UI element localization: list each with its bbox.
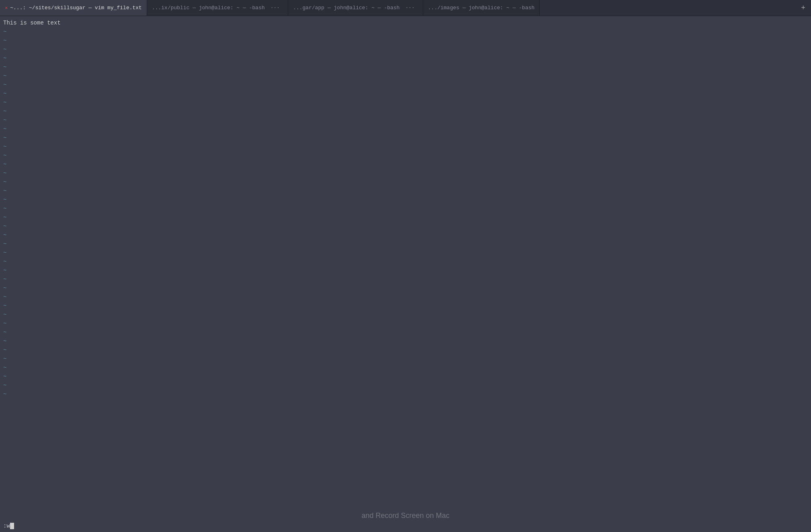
editor-area: This is some text ~ ~ ~ ~ ~ ~ ~ ~ ~ ~ ~ … [0, 16, 811, 532]
editor-line-text-1: This is some text [3, 18, 61, 27]
tab-4[interactable]: .../images — john@alice: ~ — -bash [423, 0, 540, 16]
tilde-line-27: ~ [0, 257, 811, 266]
tilde-line-34: ~ [0, 319, 811, 328]
tilde-line-21: ~ [0, 204, 811, 213]
tilde-line-3: ~ [0, 45, 811, 54]
tab-label-4: .../images — john@alice: ~ — -bash [428, 5, 535, 11]
tab-overflow-3[interactable]: ··· [402, 5, 418, 11]
tilde-line-12: ~ [0, 125, 811, 133]
tilde-line-30: ~ [0, 284, 811, 293]
tab-overflow-2[interactable]: ··· [267, 5, 283, 11]
tilde-line-37: ~ [0, 346, 811, 354]
tilde-line-18: ~ [0, 178, 811, 186]
tilde-line-36: ~ [0, 337, 811, 346]
tilde-line-22: ~ [0, 213, 811, 222]
tilde-line-42: ~ [0, 390, 811, 399]
tilde-line-8: ~ [0, 89, 811, 98]
tilde-line-5: ~ [0, 63, 811, 72]
editor-line-1: This is some text [0, 18, 811, 27]
tilde-line-23: ~ [0, 222, 811, 231]
tilde-line-33: ~ [0, 310, 811, 319]
tab-label-3: ...gar/app — john@alice: ~ — -bash [293, 5, 399, 11]
tab-2[interactable]: ...ix/public — john@alice: ~ — -bash ··· [147, 0, 288, 16]
tilde-line-13: ~ [0, 133, 811, 142]
tilde-line-38: ~ [0, 354, 811, 363]
tilde-line-19: ~ [0, 186, 811, 195]
tilde-line-17: ~ [0, 169, 811, 178]
tilde-line-20: ~ [0, 195, 811, 204]
tilde-line-15: ~ [0, 151, 811, 160]
new-tab-button[interactable]: + [795, 0, 811, 16]
tilde-line-25: ~ [0, 239, 811, 248]
tilde-line-7: ~ [0, 80, 811, 89]
tab-close-1[interactable]: ✕ [5, 5, 8, 11]
tab-1[interactable]: ✕ ~...: ~/sites/skillsugar — vim my_file… [0, 0, 147, 16]
tilde-line-29: ~ [0, 275, 811, 284]
tilde-line-1: ~ [0, 27, 811, 36]
command-bar: :w [0, 520, 811, 532]
tilde-line-40: ~ [0, 372, 811, 381]
tilde-line-4: ~ [0, 54, 811, 63]
tilde-line-2: ~ [0, 36, 811, 45]
tilde-line-26: ~ [0, 248, 811, 257]
tilde-line-35: ~ [0, 328, 811, 337]
tilde-line-11: ~ [0, 116, 811, 125]
tab-3[interactable]: ...gar/app — john@alice: ~ — -bash ··· [288, 0, 423, 16]
cursor [10, 523, 14, 529]
tilde-line-6: ~ [0, 72, 811, 80]
tab-label-1: ~...: ~/sites/skillsugar — vim my_file.t… [10, 5, 142, 11]
tilde-line-28: ~ [0, 266, 811, 275]
tilde-line-10: ~ [0, 107, 811, 116]
tilde-line-41: ~ [0, 381, 811, 390]
tilde-line-9: ~ [0, 98, 811, 107]
command-text: :w [3, 523, 10, 529]
tilde-line-14: ~ [0, 142, 811, 151]
tab-bar: ✕ ~...: ~/sites/skillsugar — vim my_file… [0, 0, 811, 16]
tab-label-2: ...ix/public — john@alice: ~ — -bash [152, 5, 265, 11]
tilde-line-39: ~ [0, 363, 811, 372]
editor-content[interactable]: This is some text ~ ~ ~ ~ ~ ~ ~ ~ ~ ~ ~ … [0, 16, 811, 532]
tilde-line-16: ~ [0, 160, 811, 169]
tilde-line-32: ~ [0, 301, 811, 310]
tilde-line-31: ~ [0, 293, 811, 301]
tilde-line-24: ~ [0, 231, 811, 239]
